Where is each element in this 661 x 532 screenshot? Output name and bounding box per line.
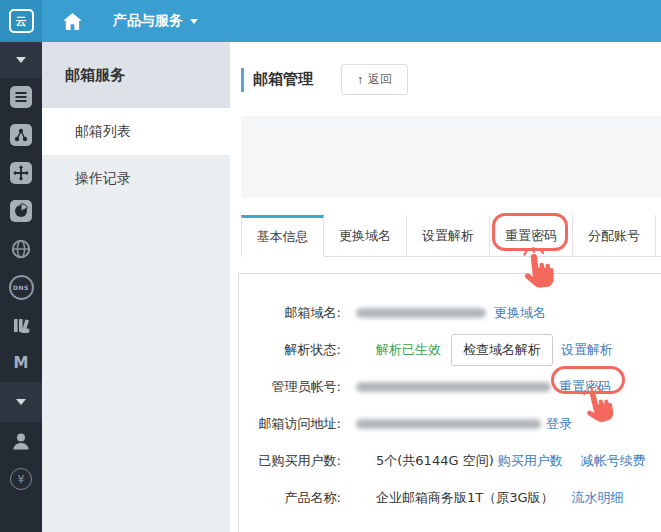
rail-collapse-toggle[interactable] [0, 42, 42, 78]
dns-status-text: 解析已生效 [376, 341, 441, 359]
purchased-users-value: 5个(共6144G 空间) [376, 452, 494, 470]
list-icon [10, 86, 32, 108]
toolbar-band [241, 116, 661, 198]
globe-icon [10, 238, 32, 260]
title-accent-bar [241, 68, 244, 92]
cloud-logo-icon: 云 [9, 9, 34, 33]
reduce-account-renew-link[interactable]: 减帐号续费 [581, 452, 646, 470]
field-label: 管理员帐号: [247, 378, 341, 396]
rail-item-list[interactable] [0, 78, 42, 116]
rail-item-share[interactable] [0, 116, 42, 154]
login-link[interactable]: 登录 [546, 415, 572, 433]
row-purchased-users: 已购买用户数: 5个(共6144G 空间) 购买用户数 减帐号续费 [247, 442, 661, 479]
row-dns-status: 解析状态: 解析已生效 检查域名解析 设置解析 [247, 331, 661, 368]
main-content: 邮箱管理 ↑ 返回 基本信息 更换域名 设置解析 重置密码 分配账号 邮箱域名:… [230, 42, 661, 532]
rail-item-user[interactable] [0, 422, 42, 460]
dns-globe-icon: DNS [9, 275, 34, 300]
buy-users-link[interactable]: 购买用户数 [498, 452, 563, 470]
reset-password-link[interactable]: 重置密码 [559, 378, 611, 396]
mail-m-icon: M [14, 354, 29, 372]
sidebar-item-label: 操作记录 [75, 170, 131, 188]
sidebar-item-mailbox-list[interactable]: 邮箱列表 [42, 108, 230, 155]
row-admin-account: 管理员帐号: 重置密码 [247, 368, 661, 405]
nav-products-services[interactable]: 产品与服务 [113, 0, 198, 42]
sidebar-section-title: 邮箱服务 [42, 42, 230, 108]
sidebar-item-label: 邮箱列表 [75, 123, 131, 141]
billing-details-link[interactable]: 流水明细 [572, 489, 624, 507]
field-label: 解析状态: [247, 341, 341, 359]
row-product-name: 产品名称: 企业邮箱商务版1T（原3G版） 流水明细 [247, 479, 661, 516]
rail-item-storage[interactable] [0, 306, 42, 344]
chevron-down-icon [16, 399, 26, 405]
chevron-down-icon [16, 57, 26, 63]
cross-arrows-icon [10, 162, 32, 184]
yen-circle-icon: ¥ [10, 468, 32, 490]
user-icon [10, 430, 32, 452]
redacted-domain-value [356, 308, 486, 318]
field-label: 邮箱访问地址: [247, 415, 341, 433]
field-label: 已购买用户数: [247, 452, 341, 470]
pie-chart-icon [10, 200, 32, 222]
rail-item-globe[interactable] [0, 230, 42, 268]
rail-collapse-toggle-2[interactable] [0, 382, 42, 422]
chevron-down-icon [190, 19, 198, 24]
brand-logo[interactable]: 云 [0, 0, 42, 42]
tab-strip: 基本信息 更换域名 设置解析 重置密码 分配账号 [241, 215, 661, 257]
change-domain-link[interactable]: 更换域名 [494, 304, 546, 322]
page-header: 邮箱管理 ↑ 返回 [241, 64, 408, 95]
tab-set-dns[interactable]: 设置解析 [407, 215, 490, 256]
row-mail-url: 邮箱访问地址: 登录 [247, 405, 661, 442]
set-dns-link[interactable]: 设置解析 [561, 341, 613, 359]
back-arrow-icon: ↑ [357, 74, 363, 86]
back-button[interactable]: ↑ 返回 [341, 64, 408, 95]
field-label: 产品名称: [247, 489, 341, 507]
tab-basic-info[interactable]: 基本信息 [241, 215, 324, 257]
page-title: 邮箱管理 [253, 70, 313, 89]
rail-item-billing[interactable]: ¥ [0, 460, 42, 498]
row-mail-domain: 邮箱域名: 更换域名 [247, 294, 661, 331]
nav-products-services-label: 产品与服务 [113, 12, 183, 30]
check-dns-button[interactable]: 检查域名解析 [451, 334, 553, 366]
rail-item-pie[interactable] [0, 192, 42, 230]
redacted-mail-url [356, 419, 541, 429]
tab-change-domain[interactable]: 更换域名 [324, 215, 407, 256]
redacted-admin-account [356, 382, 551, 392]
home-button[interactable] [57, 0, 87, 42]
details-panel: 邮箱域名: 更换域名 解析状态: 解析已生效 检查域名解析 设置解析 管理员帐号… [238, 273, 661, 532]
rail-item-mail[interactable]: M [0, 344, 42, 382]
share-nodes-icon [10, 124, 32, 146]
books-stack-icon [10, 314, 32, 336]
secondary-sidebar: 邮箱服务 邮箱列表 操作记录 [42, 42, 230, 532]
rail-item-dns[interactable]: DNS [0, 268, 42, 306]
sidebar-item-operation-log[interactable]: 操作记录 [42, 155, 230, 202]
back-button-label: 返回 [368, 71, 392, 88]
tab-reset-password[interactable]: 重置密码 [490, 215, 573, 256]
rail-item-move[interactable] [0, 154, 42, 192]
product-name-value: 企业邮箱商务版1T（原3G版） [376, 489, 554, 507]
field-label: 邮箱域名: [247, 304, 341, 322]
home-icon [63, 13, 82, 30]
left-icon-rail: DNS M ¥ [0, 42, 42, 532]
top-bar: 云 产品与服务 [0, 0, 661, 42]
tab-assign-accounts[interactable]: 分配账号 [573, 215, 656, 256]
